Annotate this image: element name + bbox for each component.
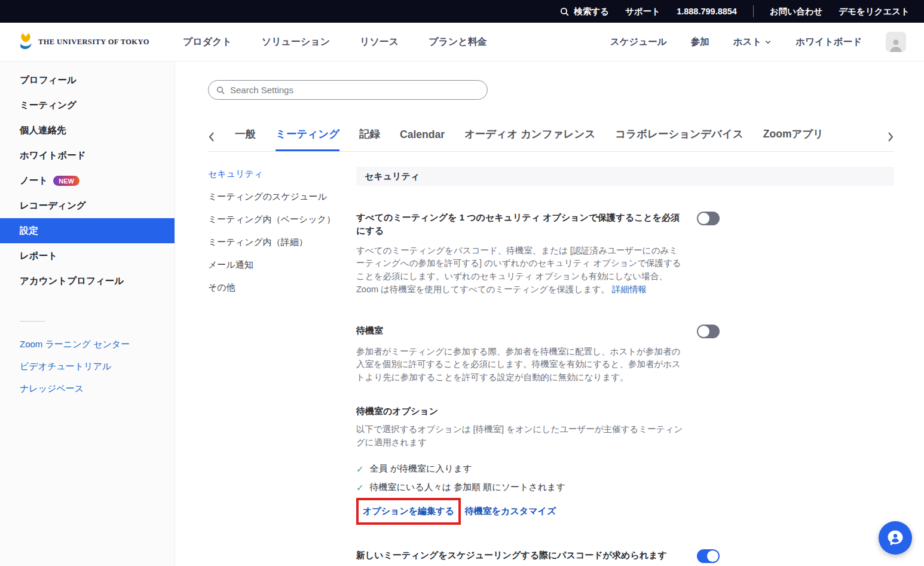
tab-zoom-apps[interactable]: Zoomアプリ [763, 127, 824, 151]
ginkgo-leaf-icon [18, 32, 33, 51]
check-icon: ✓ [356, 482, 364, 493]
sidebar-item-reports[interactable]: レポート [0, 243, 175, 268]
setting-title: すべてのミーティングを 1 つのセキュリティ オプションで保護することを必須にす… [356, 211, 697, 237]
check-icon: ✓ [356, 464, 364, 475]
sidebar-item-notes[interactable]: ノート NEW [0, 168, 175, 193]
option-sort-by-join-order: ✓ 待機室にいる人々は 参加順 順にソートされます [356, 478, 894, 497]
sidebar-link-video-tutorials[interactable]: ビデオチュートリアル [0, 356, 175, 378]
tab-collaboration-devices[interactable]: コラボレーションデバイス [615, 127, 744, 151]
option-label: 全員 が待機室に入ります [370, 463, 472, 475]
search-icon [559, 7, 570, 17]
highlight-box: オプションを編集する [356, 498, 461, 525]
sidebar-item-whiteboard[interactable]: ホワイトボード [0, 143, 175, 168]
tab-recording[interactable]: 記録 [359, 127, 380, 151]
help-chat-button[interactable] [879, 521, 912, 555]
section-header-security: セキュリティ [356, 167, 894, 186]
settings-main: 一般 ミーティング 記録 Calendar オーディオ カンファレンス コラボレ… [175, 62, 924, 566]
subnav-email-notification[interactable]: メール通知 [208, 260, 356, 270]
search-icon [216, 85, 225, 95]
topbar-search[interactable]: 検索する [559, 6, 609, 17]
main-navbar: THE UNIVERSITY OF TOKYO プロダクト ソリューション リソ… [0, 23, 924, 62]
nav-whiteboard[interactable]: ホワイトボード [796, 36, 862, 48]
tabs-scroll-left-icon[interactable] [208, 131, 215, 151]
primary-nav: プロダクト ソリューション リソース プランと料金 [183, 36, 487, 48]
tab-calendar[interactable]: Calendar [400, 129, 445, 151]
sidebar-item-profile[interactable]: プロフィール [0, 68, 175, 93]
sidebar-item-label: ミーティング [20, 99, 77, 112]
waiting-room-options-title: 待機室のオプション [356, 406, 894, 417]
university-logo[interactable]: THE UNIVERSITY OF TOKYO [18, 32, 149, 51]
settings-search-input[interactable] [230, 85, 480, 95]
subnav-in-meeting-advanced[interactable]: ミーティング内（詳細） [208, 237, 356, 247]
nav-join[interactable]: 参加 [691, 36, 709, 48]
nav-host[interactable]: ホスト [733, 36, 772, 48]
secondary-nav: スケジュール 参加 ホスト ホワイトボード [610, 32, 906, 52]
nav-products[interactable]: プロダクト [183, 36, 232, 48]
nav-host-label: ホスト [733, 36, 762, 48]
waiting-room-options-description: 以下で選択するオプションは [待機室] をオンにしたユーザーが主催するミーティン… [356, 423, 684, 449]
sidebar-item-meetings[interactable]: ミーティング [0, 93, 175, 118]
customize-waiting-room-link[interactable]: 待機室をカスタマイズ [465, 506, 556, 517]
learn-more-link[interactable]: 詳細情報 [612, 284, 647, 294]
require-passcode-toggle[interactable] [697, 549, 720, 563]
chevron-down-icon [764, 38, 772, 45]
setting-waiting-room: 待機室 参加者がミーティングに参加する際、参加者を待機室に配置し、ホストが参加者… [356, 324, 894, 384]
subnav-other[interactable]: その他 [208, 283, 356, 292]
setting-require-security-option: すべてのミーティングを 1 つのセキュリティ オプションで保護することを必須にす… [356, 211, 894, 296]
tab-meeting[interactable]: ミーティング [276, 127, 339, 151]
sidebar-item-label: 設定 [20, 225, 38, 237]
sidebar-item-recordings[interactable]: レコーディング [0, 193, 175, 218]
sidebar-item-label: ホワイトボード [20, 149, 86, 162]
avatar[interactable] [886, 32, 906, 52]
setting-require-passcode: 新しいミーティングをスケジューリングする際にパスコードが求められます ミーティン… [356, 549, 894, 566]
option-label: 待機室にいる人々は 参加順 順にソートされます [370, 482, 565, 493]
waiting-room-toggle[interactable] [697, 325, 720, 338]
require-security-toggle[interactable] [697, 212, 720, 225]
nav-solutions[interactable]: ソリューション [262, 36, 330, 48]
setting-title: 待機室 [356, 324, 395, 337]
security-panel: セキュリティ すべてのミーティングを 1 つのセキュリティ オプションで保護する… [356, 167, 894, 566]
setting-description: 参加者がミーティングに参加する際、参加者を待機室に配置し、ホストが参加者の入室を… [356, 345, 684, 384]
subnav-security[interactable]: セキュリティ [208, 169, 356, 179]
sidebar-item-contacts[interactable]: 個人連絡先 [0, 118, 175, 143]
topbar-contact-link[interactable]: お問い合わせ [770, 6, 822, 17]
sidebar-item-settings[interactable]: 設定 [0, 218, 175, 243]
sidebar-link-learning-center[interactable]: Zoom ラーニング センター [0, 334, 175, 356]
sidebar-item-label: 個人連絡先 [20, 124, 66, 137]
setting-title: 新しいミーティングをスケジューリングする際にパスコードが求められます [356, 549, 679, 562]
sidebar-item-account-profile[interactable]: アカウントプロフィール [0, 268, 175, 293]
sidebar-item-label: レポート [20, 250, 57, 262]
nav-plans[interactable]: プランと料金 [429, 36, 487, 48]
waiting-room-links: オプションを編集する 待機室をカスタマイズ [356, 498, 894, 525]
settings-tabs: 一般 ミーティング 記録 Calendar オーディオ カンファレンス コラボレ… [208, 127, 894, 152]
nav-resources[interactable]: リソース [360, 36, 399, 48]
settings-search-box[interactable] [208, 80, 488, 100]
sidebar-item-label: アカウントプロフィール [20, 275, 124, 287]
topbar-phone[interactable]: 1.888.799.8854 [677, 7, 737, 16]
new-badge: NEW [53, 176, 79, 186]
edit-options-link[interactable]: オプションを編集する [363, 506, 454, 517]
sidebar-item-label: レコーディング [20, 200, 86, 212]
topbar-support-link[interactable]: サポート [625, 6, 660, 17]
subnav-schedule-meeting[interactable]: ミーティングのスケジュール [208, 192, 356, 201]
logo-text: THE UNIVERSITY OF TOKYO [38, 38, 149, 47]
nav-schedule[interactable]: スケジュール [610, 36, 667, 48]
option-everyone-in-waiting-room: ✓ 全員 が待機室に入ります [356, 460, 894, 478]
topbar-request-demo-link[interactable]: デモをリクエスト [839, 6, 910, 17]
sidebar: プロフィール ミーティング 個人連絡先 ホワイトボード ノート NEW レコーデ… [0, 62, 175, 566]
sidebar-item-label: ノート [20, 175, 48, 187]
sidebar-divider [20, 321, 45, 322]
tabs-scroll-right-icon[interactable] [887, 131, 894, 151]
top-utility-bar: 検索する サポート 1.888.799.8854 お問い合わせ デモをリクエスト [0, 0, 924, 23]
tab-audio-conferencing[interactable]: オーディオ カンファレンス [464, 127, 595, 151]
setting-description: すべてのミーティングをパスコード、待機室、または [認証済みユーザーにのみミーテ… [356, 244, 684, 296]
meeting-subnav: セキュリティ ミーティングのスケジュール ミーティング内（ベーシック） ミーティ… [208, 167, 356, 566]
waiting-room-option-list: ✓ 全員 が待機室に入ります ✓ 待機室にいる人々は 参加順 順にソートされます [356, 460, 894, 497]
topbar-divider [753, 5, 754, 17]
sidebar-item-label: プロフィール [20, 74, 77, 87]
subnav-in-meeting-basic[interactable]: ミーティング内（ベーシック） [208, 215, 356, 224]
sidebar-link-knowledge-base[interactable]: ナレッジベース [0, 378, 175, 400]
chat-person-icon [886, 528, 905, 547]
topbar-search-label: 検索する [574, 6, 609, 17]
tab-general[interactable]: 一般 [235, 127, 256, 151]
